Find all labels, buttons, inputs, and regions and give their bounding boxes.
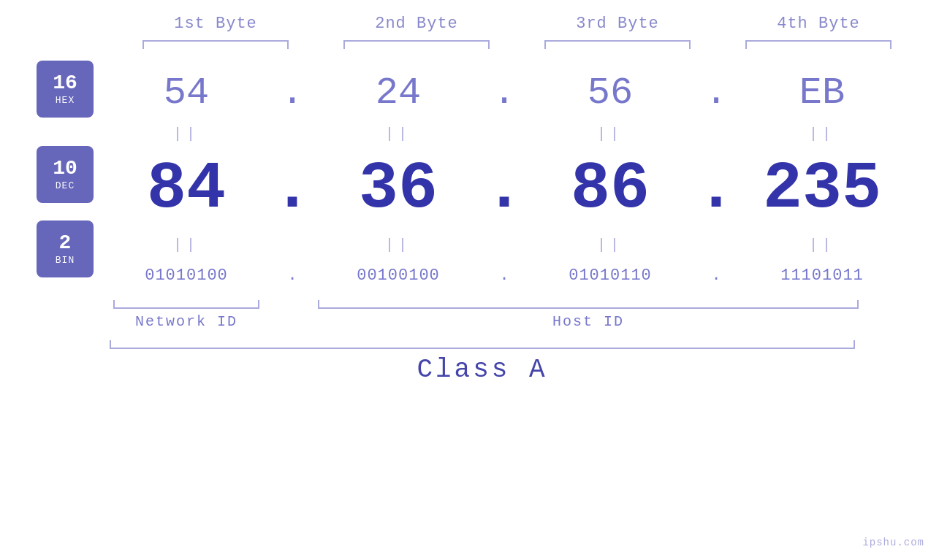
dec-b2: 36 bbox=[307, 152, 490, 226]
badge-dec: 10 DEC bbox=[37, 146, 94, 203]
sep2-b2: || bbox=[307, 237, 490, 253]
header-byte1: 1st Byte bbox=[135, 15, 296, 33]
hex-row: 54 . 24 . 56 . EB bbox=[95, 64, 939, 122]
sep1-b4: || bbox=[731, 126, 913, 142]
dec-dot2: . bbox=[490, 152, 519, 226]
bin-row: 01010100 . 00100100 . 01010110 . bbox=[95, 256, 939, 294]
badge-hex: 16 HEX bbox=[37, 61, 94, 118]
header-byte4: 4th Byte bbox=[738, 15, 899, 33]
dec-dot1: . bbox=[278, 152, 307, 226]
sep1-b1: || bbox=[95, 126, 278, 142]
hex-b1: 54 bbox=[95, 72, 278, 115]
dec-b4: 235 bbox=[731, 152, 913, 226]
sep1-b2: || bbox=[307, 126, 490, 142]
sep1-b3: || bbox=[519, 126, 702, 142]
bracket-byte1 bbox=[142, 40, 289, 49]
dec-dot3: . bbox=[702, 152, 731, 226]
bracket-byte3 bbox=[544, 40, 691, 49]
sep-row-2: || || || || bbox=[95, 233, 939, 256]
sep2-b4: || bbox=[731, 237, 913, 253]
host-bracket bbox=[318, 300, 859, 309]
class-label: Class A bbox=[417, 355, 547, 385]
sep2-b3: || bbox=[519, 237, 702, 253]
hex-dot1: . bbox=[278, 72, 307, 115]
host-id-label: Host ID bbox=[552, 313, 624, 330]
bin-dot3: . bbox=[702, 266, 731, 285]
sep-row-1: || || || || bbox=[95, 122, 939, 145]
header-byte2: 2nd Byte bbox=[336, 15, 497, 33]
dec-b1: 84 bbox=[95, 152, 278, 226]
network-bracket bbox=[113, 300, 259, 309]
badges-column: 16 HEX 10 DEC 2 BIN bbox=[0, 64, 95, 385]
bin-b3: 01010110 bbox=[519, 266, 702, 285]
byte-headers: 1st Byte 2nd Byte 3rd Byte 4th Byte bbox=[115, 15, 919, 33]
hex-b2: 24 bbox=[307, 72, 490, 115]
bin-b4: 11101011 bbox=[731, 266, 913, 285]
hex-dot2: . bbox=[490, 72, 519, 115]
data-rows: 54 . 24 . 56 . EB bbox=[95, 64, 939, 385]
dec-row: 84 . 36 . 86 . 235 bbox=[95, 145, 939, 233]
header-byte3: 3rd Byte bbox=[537, 15, 698, 33]
main-container: 1st Byte 2nd Byte 3rd Byte 4th Byte 16 H… bbox=[0, 0, 939, 560]
hex-b3: 56 bbox=[519, 72, 702, 115]
bin-dot1: . bbox=[278, 266, 307, 285]
top-brackets bbox=[115, 40, 919, 49]
bracket-byte4 bbox=[745, 40, 892, 49]
network-id-label: Network ID bbox=[135, 313, 237, 330]
hex-dot3: . bbox=[702, 72, 731, 115]
watermark: ipshu.com bbox=[862, 537, 924, 548]
sep2-b1: || bbox=[95, 237, 278, 253]
bin-dot2: . bbox=[490, 266, 519, 285]
bin-b2: 00100100 bbox=[307, 266, 490, 285]
hex-b4: EB bbox=[731, 72, 913, 115]
bracket-byte2 bbox=[343, 40, 490, 49]
class-bracket bbox=[110, 340, 855, 349]
dec-b3: 86 bbox=[519, 152, 702, 226]
badge-bin: 2 BIN bbox=[37, 220, 94, 277]
bin-b1: 01010100 bbox=[95, 266, 278, 285]
